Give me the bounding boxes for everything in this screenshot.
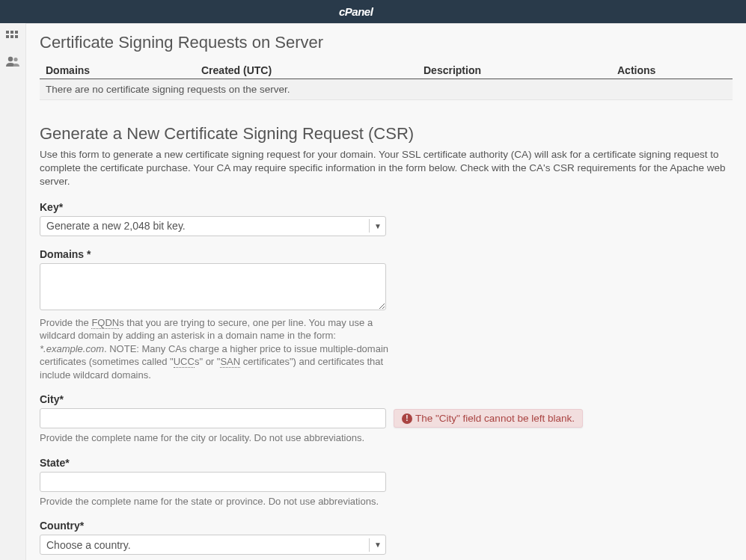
city-error-text: The "City" field cannot be left blank. <box>415 413 575 424</box>
body-area: Certificate Signing Requests on Server D… <box>0 23 746 560</box>
svg-rect-0 <box>6 31 9 34</box>
column-header-description: Description <box>424 64 617 76</box>
generate-form-title: Generate a New Certificate Signing Reque… <box>40 124 733 144</box>
svg-rect-4 <box>10 35 13 38</box>
city-label: City* <box>40 393 733 405</box>
svg-rect-2 <box>15 31 18 34</box>
state-input[interactable] <box>40 472 386 492</box>
column-header-created: Created (UTC) <box>201 64 424 76</box>
csr-list-title: Certificate Signing Requests on Server <box>40 33 733 52</box>
error-icon: ! <box>402 413 412 424</box>
svg-rect-3 <box>6 35 9 38</box>
city-input[interactable] <box>40 408 386 428</box>
generate-form-description: Use this form to generate a new certific… <box>40 148 733 189</box>
form-group-domains: Domains * Provide the FQDNs that you are… <box>40 248 733 382</box>
state-label: State* <box>40 457 733 469</box>
domains-textarea[interactable] <box>40 263 386 310</box>
column-header-actions: Actions <box>617 64 727 76</box>
sidebar <box>0 23 26 560</box>
country-label: Country* <box>40 520 733 532</box>
domains-help-text: Provide the FQDNs that you are trying to… <box>40 316 399 382</box>
svg-rect-1 <box>10 31 13 34</box>
city-help-text: Provide the complete name for the city o… <box>40 431 399 445</box>
svg-rect-5 <box>15 35 18 38</box>
form-group-key: Key* Generate a new 2,048 bit key. ▼ <box>40 201 733 236</box>
column-header-domains: Domains <box>46 64 201 76</box>
form-group-city: City* ! The "City" field cannot be left … <box>40 393 733 445</box>
cpanel-logo: cPanel <box>339 5 373 18</box>
svg-point-7 <box>13 58 17 61</box>
form-group-country: Country* Choose a country. ▼ Choose the … <box>40 520 733 560</box>
state-help-text: Provide the complete name for the state … <box>40 495 399 508</box>
main-content: Certificate Signing Requests on Server D… <box>26 23 746 560</box>
users-icon[interactable] <box>5 54 20 69</box>
country-select[interactable]: Choose a country. <box>40 535 386 555</box>
grid-icon[interactable] <box>5 28 20 43</box>
key-label: Key* <box>40 201 733 213</box>
form-group-state: State* Provide the complete name for the… <box>40 457 733 508</box>
top-bar: cPanel <box>0 0 746 23</box>
key-select[interactable]: Generate a new 2,048 bit key. <box>40 216 386 236</box>
domains-label: Domains * <box>40 248 733 260</box>
table-header-row: Domains Created (UTC) Description Action… <box>40 60 733 79</box>
empty-table-message: There are no certificate signing request… <box>40 79 733 100</box>
svg-point-6 <box>8 57 13 61</box>
city-error-badge: ! The "City" field cannot be left blank. <box>394 409 583 428</box>
